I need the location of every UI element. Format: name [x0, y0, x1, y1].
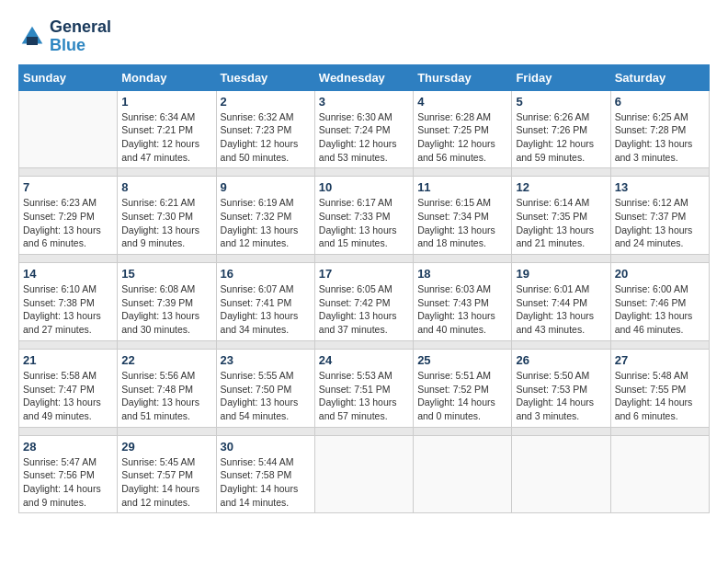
day-number: 3 — [319, 95, 409, 109]
calendar-table: SundayMondayTuesdayWednesdayThursdayFrid… — [18, 64, 710, 514]
day-number: 26 — [516, 353, 606, 367]
calendar-day-cell: 23 Sunrise: 5:55 AMSunset: 7:50 PMDaylig… — [216, 349, 314, 427]
calendar-day-cell: 9 Sunrise: 6:19 AMSunset: 7:32 PMDayligh… — [216, 177, 314, 255]
weekday-header: Sunday — [19, 64, 118, 90]
day-number: 5 — [516, 95, 606, 109]
day-number: 18 — [417, 267, 507, 281]
calendar-day-cell: 3 Sunrise: 6:30 AMSunset: 7:24 PMDayligh… — [314, 90, 413, 168]
calendar-day-cell: 10 Sunrise: 6:17 AMSunset: 7:33 PMDaylig… — [314, 177, 413, 255]
week-separator — [19, 255, 710, 263]
day-info: Sunrise: 5:50 AMSunset: 7:53 PMDaylight:… — [516, 369, 606, 423]
logo-text: General Blue — [50, 18, 111, 55]
day-info: Sunrise: 5:47 AMSunset: 7:56 PMDaylight:… — [23, 455, 113, 510]
day-number: 23 — [221, 353, 311, 367]
calendar-day-cell: 15 Sunrise: 6:08 AMSunset: 7:39 PMDaylig… — [118, 263, 216, 341]
calendar-day-cell — [512, 435, 610, 513]
weekday-header: Tuesday — [216, 64, 314, 90]
day-info: Sunrise: 5:48 AMSunset: 7:55 PMDaylight:… — [615, 369, 705, 423]
day-info: Sunrise: 6:00 AMSunset: 7:46 PMDaylight:… — [615, 282, 705, 337]
day-number: 21 — [23, 353, 113, 367]
day-info: Sunrise: 6:23 AMSunset: 7:29 PMDaylight:… — [23, 196, 113, 250]
weekday-header: Saturday — [610, 64, 709, 90]
day-number: 22 — [121, 353, 211, 367]
day-number: 1 — [121, 95, 211, 109]
day-info: Sunrise: 6:12 AMSunset: 7:37 PMDaylight:… — [615, 196, 705, 250]
calendar-day-cell: 17 Sunrise: 6:05 AMSunset: 7:42 PMDaylig… — [314, 263, 413, 341]
calendar-day-cell: 13 Sunrise: 6:12 AMSunset: 7:37 PMDaylig… — [610, 177, 709, 255]
calendar-day-cell: 1 Sunrise: 6:34 AMSunset: 7:21 PMDayligh… — [118, 90, 216, 168]
calendar-day-cell — [414, 435, 512, 513]
day-info: Sunrise: 5:55 AMSunset: 7:50 PMDaylight:… — [221, 369, 311, 423]
calendar-day-cell: 18 Sunrise: 6:03 AMSunset: 7:43 PMDaylig… — [414, 263, 512, 341]
calendar-header-row: SundayMondayTuesdayWednesdayThursdayFrid… — [19, 64, 710, 90]
day-info: Sunrise: 6:07 AMSunset: 7:41 PMDaylight:… — [221, 282, 311, 337]
day-number: 30 — [221, 440, 311, 454]
day-number: 19 — [516, 267, 606, 281]
calendar-day-cell: 2 Sunrise: 6:32 AMSunset: 7:23 PMDayligh… — [216, 90, 314, 168]
weekday-header: Monday — [118, 64, 216, 90]
day-info: Sunrise: 6:05 AMSunset: 7:42 PMDaylight:… — [319, 282, 409, 337]
calendar-day-cell: 12 Sunrise: 6:14 AMSunset: 7:35 PMDaylig… — [512, 177, 610, 255]
weekday-header: Thursday — [414, 64, 512, 90]
calendar-day-cell: 7 Sunrise: 6:23 AMSunset: 7:29 PMDayligh… — [19, 177, 118, 255]
calendar-week-row: 1 Sunrise: 6:34 AMSunset: 7:21 PMDayligh… — [19, 90, 710, 168]
calendar-week-row: 21 Sunrise: 5:58 AMSunset: 7:47 PMDaylig… — [19, 349, 710, 427]
calendar-day-cell: 8 Sunrise: 6:21 AMSunset: 7:30 PMDayligh… — [118, 177, 216, 255]
day-info: Sunrise: 5:44 AMSunset: 7:58 PMDaylight:… — [221, 455, 311, 510]
day-number: 27 — [615, 353, 705, 367]
day-info: Sunrise: 5:45 AMSunset: 7:57 PMDaylight:… — [121, 455, 211, 510]
day-info: Sunrise: 6:32 AMSunset: 7:23 PMDaylight:… — [221, 110, 311, 165]
day-number: 25 — [417, 353, 507, 367]
day-number: 16 — [221, 267, 311, 281]
day-info: Sunrise: 6:17 AMSunset: 7:33 PMDaylight:… — [319, 196, 409, 250]
calendar-day-cell — [314, 435, 413, 513]
day-info: Sunrise: 6:19 AMSunset: 7:32 PMDaylight:… — [221, 196, 311, 250]
week-separator — [19, 168, 710, 177]
week-separator — [19, 427, 710, 435]
day-info: Sunrise: 6:21 AMSunset: 7:30 PMDaylight:… — [121, 196, 211, 250]
day-info: Sunrise: 6:28 AMSunset: 7:25 PMDaylight:… — [417, 110, 507, 165]
calendar-day-cell: 6 Sunrise: 6:25 AMSunset: 7:28 PMDayligh… — [610, 90, 709, 168]
day-number: 4 — [417, 95, 507, 109]
day-number: 8 — [121, 180, 211, 194]
day-info: Sunrise: 6:10 AMSunset: 7:38 PMDaylight:… — [23, 282, 113, 337]
day-info: Sunrise: 6:14 AMSunset: 7:35 PMDaylight:… — [516, 196, 606, 250]
weekday-header: Wednesday — [314, 64, 413, 90]
calendar-day-cell: 19 Sunrise: 6:01 AMSunset: 7:44 PMDaylig… — [512, 263, 610, 341]
calendar-day-cell: 14 Sunrise: 6:10 AMSunset: 7:38 PMDaylig… — [19, 263, 118, 341]
week-separator — [19, 340, 710, 349]
day-info: Sunrise: 5:58 AMSunset: 7:47 PMDaylight:… — [23, 369, 113, 423]
page-header: General Blue — [18, 18, 710, 55]
day-number: 20 — [615, 267, 705, 281]
calendar-day-cell: 27 Sunrise: 5:48 AMSunset: 7:55 PMDaylig… — [610, 349, 709, 427]
calendar-day-cell: 11 Sunrise: 6:15 AMSunset: 7:34 PMDaylig… — [414, 177, 512, 255]
calendar-day-cell — [19, 90, 118, 168]
calendar-week-row: 28 Sunrise: 5:47 AMSunset: 7:56 PMDaylig… — [19, 435, 710, 513]
day-number: 7 — [23, 180, 113, 194]
day-info: Sunrise: 5:51 AMSunset: 7:52 PMDaylight:… — [417, 369, 507, 423]
day-number: 13 — [615, 180, 705, 194]
svg-rect-1 — [27, 37, 38, 45]
calendar-week-row: 14 Sunrise: 6:10 AMSunset: 7:38 PMDaylig… — [19, 263, 710, 341]
calendar-day-cell: 4 Sunrise: 6:28 AMSunset: 7:25 PMDayligh… — [414, 90, 512, 168]
day-number: 29 — [121, 440, 211, 454]
weekday-header: Friday — [512, 64, 610, 90]
day-number: 14 — [23, 267, 113, 281]
calendar-day-cell: 16 Sunrise: 6:07 AMSunset: 7:41 PMDaylig… — [216, 263, 314, 341]
day-info: Sunrise: 6:03 AMSunset: 7:43 PMDaylight:… — [417, 282, 507, 337]
day-info: Sunrise: 6:01 AMSunset: 7:44 PMDaylight:… — [516, 282, 606, 337]
calendar-day-cell: 24 Sunrise: 5:53 AMSunset: 7:51 PMDaylig… — [314, 349, 413, 427]
day-number: 6 — [615, 95, 705, 109]
day-number: 2 — [221, 95, 311, 109]
logo: General Blue — [18, 18, 111, 55]
calendar-day-cell — [610, 435, 709, 513]
calendar-day-cell: 28 Sunrise: 5:47 AMSunset: 7:56 PMDaylig… — [19, 435, 118, 513]
day-number: 12 — [516, 180, 606, 194]
day-number: 24 — [319, 353, 409, 367]
calendar-day-cell: 25 Sunrise: 5:51 AMSunset: 7:52 PMDaylig… — [414, 349, 512, 427]
day-info: Sunrise: 6:08 AMSunset: 7:39 PMDaylight:… — [121, 282, 211, 337]
calendar-day-cell: 5 Sunrise: 6:26 AMSunset: 7:26 PMDayligh… — [512, 90, 610, 168]
day-info: Sunrise: 6:30 AMSunset: 7:24 PMDaylight:… — [319, 110, 409, 165]
day-number: 11 — [417, 180, 507, 194]
calendar-day-cell: 21 Sunrise: 5:58 AMSunset: 7:47 PMDaylig… — [19, 349, 118, 427]
